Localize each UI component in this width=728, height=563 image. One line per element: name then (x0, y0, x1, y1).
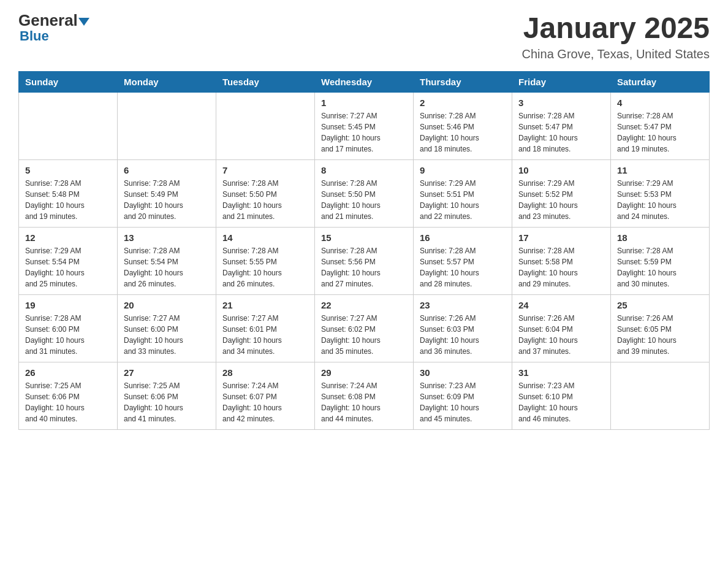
week-row-3: 12Sunrise: 7:29 AMSunset: 5:54 PMDayligh… (19, 227, 710, 294)
header-monday: Monday (118, 71, 216, 92)
day-cell: 20Sunrise: 7:27 AMSunset: 6:00 PMDayligh… (118, 294, 216, 362)
page-header: General Blue January 2025 China Grove, T… (18, 12, 710, 61)
day-number: 16 (420, 232, 506, 243)
header-row: Sunday Monday Tuesday Wednesday Thursday… (19, 71, 710, 92)
day-cell: 2Sunrise: 7:28 AMSunset: 5:46 PMDaylight… (414, 92, 512, 159)
day-number: 25 (617, 300, 703, 310)
day-number: 21 (222, 300, 308, 310)
day-cell: 27Sunrise: 7:25 AMSunset: 6:06 PMDayligh… (118, 362, 216, 429)
day-cell: 29Sunrise: 7:24 AMSunset: 6:08 PMDayligh… (315, 362, 414, 429)
day-info: Sunrise: 7:25 AMSunset: 6:06 PMDaylight:… (124, 380, 210, 424)
day-cell: 28Sunrise: 7:24 AMSunset: 6:07 PMDayligh… (216, 362, 315, 429)
day-number: 4 (617, 98, 703, 108)
day-number: 3 (518, 98, 604, 108)
day-info: Sunrise: 7:26 AMSunset: 6:03 PMDaylight:… (420, 313, 506, 357)
day-info: Sunrise: 7:28 AMSunset: 5:56 PMDaylight:… (321, 245, 407, 289)
day-cell: 7Sunrise: 7:28 AMSunset: 5:50 PMDaylight… (216, 159, 315, 227)
header-friday: Friday (512, 71, 611, 92)
day-number: 6 (124, 165, 210, 175)
day-number: 26 (25, 367, 111, 378)
day-info: Sunrise: 7:28 AMSunset: 5:59 PMDaylight:… (617, 245, 703, 289)
day-cell: 26Sunrise: 7:25 AMSunset: 6:06 PMDayligh… (19, 362, 118, 429)
day-cell: 19Sunrise: 7:28 AMSunset: 6:00 PMDayligh… (19, 294, 118, 362)
day-cell: 4Sunrise: 7:28 AMSunset: 5:47 PMDaylight… (611, 92, 710, 159)
day-number: 13 (124, 232, 210, 243)
calendar-subtitle: China Grove, Texas, United States (522, 47, 710, 61)
logo-general-text: General (18, 12, 78, 28)
logo: General Blue (18, 12, 89, 44)
day-cell: 18Sunrise: 7:28 AMSunset: 5:59 PMDayligh… (611, 227, 710, 294)
day-number: 20 (124, 300, 210, 310)
day-info: Sunrise: 7:29 AMSunset: 5:53 PMDaylight:… (617, 178, 703, 222)
day-cell: 12Sunrise: 7:29 AMSunset: 5:54 PMDayligh… (19, 227, 118, 294)
day-cell: 22Sunrise: 7:27 AMSunset: 6:02 PMDayligh… (315, 294, 414, 362)
week-row-5: 26Sunrise: 7:25 AMSunset: 6:06 PMDayligh… (19, 362, 710, 429)
day-info: Sunrise: 7:27 AMSunset: 6:01 PMDaylight:… (222, 313, 308, 357)
day-info: Sunrise: 7:28 AMSunset: 5:47 PMDaylight:… (617, 110, 703, 155)
day-number: 30 (420, 367, 506, 378)
day-info: Sunrise: 7:28 AMSunset: 5:58 PMDaylight:… (518, 245, 604, 289)
day-cell: 10Sunrise: 7:29 AMSunset: 5:52 PMDayligh… (512, 159, 611, 227)
day-info: Sunrise: 7:28 AMSunset: 5:49 PMDaylight:… (124, 178, 210, 222)
day-cell: 14Sunrise: 7:28 AMSunset: 5:55 PMDayligh… (216, 227, 315, 294)
day-number: 19 (25, 300, 111, 310)
day-number: 9 (420, 165, 506, 175)
day-cell: 15Sunrise: 7:28 AMSunset: 5:56 PMDayligh… (315, 227, 414, 294)
week-row-4: 19Sunrise: 7:28 AMSunset: 6:00 PMDayligh… (19, 294, 710, 362)
day-cell: 8Sunrise: 7:28 AMSunset: 5:50 PMDaylight… (315, 159, 414, 227)
day-number: 10 (518, 165, 604, 175)
day-number: 14 (222, 232, 308, 243)
day-cell: 3Sunrise: 7:28 AMSunset: 5:47 PMDaylight… (512, 92, 611, 159)
day-number: 11 (617, 165, 703, 175)
day-info: Sunrise: 7:28 AMSunset: 5:48 PMDaylight:… (25, 178, 111, 222)
week-row-1: 1Sunrise: 7:27 AMSunset: 5:45 PMDaylight… (19, 92, 710, 159)
day-info: Sunrise: 7:27 AMSunset: 5:45 PMDaylight:… (321, 110, 407, 155)
day-cell: 11Sunrise: 7:29 AMSunset: 5:53 PMDayligh… (611, 159, 710, 227)
calendar-body: 1Sunrise: 7:27 AMSunset: 5:45 PMDaylight… (19, 92, 710, 429)
day-cell (611, 362, 710, 429)
day-number: 8 (321, 165, 407, 175)
day-info: Sunrise: 7:29 AMSunset: 5:52 PMDaylight:… (518, 178, 604, 222)
header-tuesday: Tuesday (216, 71, 315, 92)
day-info: Sunrise: 7:28 AMSunset: 5:50 PMDaylight:… (222, 178, 308, 222)
day-info: Sunrise: 7:29 AMSunset: 5:51 PMDaylight:… (420, 178, 506, 222)
header-saturday: Saturday (611, 71, 710, 92)
day-info: Sunrise: 7:25 AMSunset: 6:06 PMDaylight:… (25, 380, 111, 424)
day-cell: 16Sunrise: 7:28 AMSunset: 5:57 PMDayligh… (414, 227, 512, 294)
day-info: Sunrise: 7:28 AMSunset: 5:54 PMDaylight:… (124, 245, 210, 289)
day-number: 12 (25, 232, 111, 243)
day-number: 22 (321, 300, 407, 310)
day-cell: 6Sunrise: 7:28 AMSunset: 5:49 PMDaylight… (118, 159, 216, 227)
day-info: Sunrise: 7:28 AMSunset: 6:00 PMDaylight:… (25, 313, 111, 357)
day-number: 15 (321, 232, 407, 243)
header-wednesday: Wednesday (315, 71, 414, 92)
calendar-header: Sunday Monday Tuesday Wednesday Thursday… (19, 71, 710, 92)
day-cell: 13Sunrise: 7:28 AMSunset: 5:54 PMDayligh… (118, 227, 216, 294)
day-number: 23 (420, 300, 506, 310)
day-number: 2 (420, 98, 506, 108)
day-cell: 21Sunrise: 7:27 AMSunset: 6:01 PMDayligh… (216, 294, 315, 362)
logo-arrow-icon (78, 18, 89, 26)
day-number: 24 (518, 300, 604, 310)
day-info: Sunrise: 7:28 AMSunset: 5:57 PMDaylight:… (420, 245, 506, 289)
day-info: Sunrise: 7:29 AMSunset: 5:54 PMDaylight:… (25, 245, 111, 289)
day-info: Sunrise: 7:23 AMSunset: 6:09 PMDaylight:… (420, 380, 506, 424)
week-row-2: 5Sunrise: 7:28 AMSunset: 5:48 PMDaylight… (19, 159, 710, 227)
header-thursday: Thursday (414, 71, 512, 92)
day-info: Sunrise: 7:28 AMSunset: 5:50 PMDaylight:… (321, 178, 407, 222)
day-info: Sunrise: 7:27 AMSunset: 6:00 PMDaylight:… (124, 313, 210, 357)
day-cell: 31Sunrise: 7:23 AMSunset: 6:10 PMDayligh… (512, 362, 611, 429)
day-info: Sunrise: 7:28 AMSunset: 5:46 PMDaylight:… (420, 110, 506, 155)
day-info: Sunrise: 7:28 AMSunset: 5:55 PMDaylight:… (222, 245, 308, 289)
day-number: 7 (222, 165, 308, 175)
day-info: Sunrise: 7:27 AMSunset: 6:02 PMDaylight:… (321, 313, 407, 357)
day-number: 18 (617, 232, 703, 243)
logo-icon: General (18, 12, 89, 28)
day-cell: 9Sunrise: 7:29 AMSunset: 5:51 PMDaylight… (414, 159, 512, 227)
day-cell: 17Sunrise: 7:28 AMSunset: 5:58 PMDayligh… (512, 227, 611, 294)
day-number: 17 (518, 232, 604, 243)
day-info: Sunrise: 7:26 AMSunset: 6:04 PMDaylight:… (518, 313, 604, 357)
day-number: 29 (321, 367, 407, 378)
day-cell: 25Sunrise: 7:26 AMSunset: 6:05 PMDayligh… (611, 294, 710, 362)
day-number: 5 (25, 165, 111, 175)
